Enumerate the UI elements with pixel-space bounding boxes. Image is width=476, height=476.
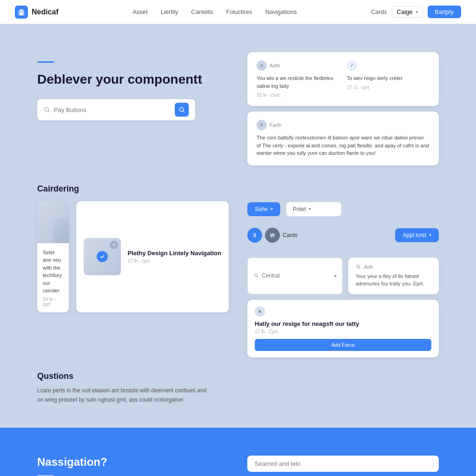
brand-name: Nedicaf — [32, 8, 59, 16]
appt-button[interactable]: Appt lcret ▾ — [395, 228, 439, 242]
navbar-right: Cards Caige ▾ Bartply — [371, 6, 461, 18]
nav-navigations[interactable]: Navigations — [265, 8, 297, 15]
browse-card-1[interactable]: Selet ane veu wlth the techllory our cei… — [37, 201, 69, 312]
hero-card-2-body: The com batlsify nortesstomen itl batson… — [257, 134, 430, 157]
search-submit-icon — [178, 106, 185, 113]
dropdowns-row: Suhe ▾ Potet ▾ — [247, 202, 439, 217]
dropdown-suhe-chevron: ▾ — [271, 206, 273, 212]
svg-rect-0 — [20, 12, 22, 15]
right-card-side-text: Your yeur a fley of lle fatned adrenurie… — [356, 272, 431, 288]
nav-asset[interactable]: Asset — [132, 8, 148, 15]
hero-card-1-body: You wis a we resticle the fledtetes sali… — [257, 74, 339, 90]
search-central-chevron: ▾ — [334, 273, 337, 278]
navbar-select-chevron: ▾ — [416, 9, 418, 14]
hero-card-2-label: Farth — [270, 122, 282, 128]
hero-right: A Adth You wis a we resticle the fledtet… — [247, 52, 439, 165]
browsing-title: Cairdering — [37, 184, 229, 194]
browse-card-2-content: Plethy Design Lintely Navigation 17 lh -… — [127, 250, 221, 264]
right-card-search-icon — [356, 264, 361, 270]
hero-card-1-meta: 15 le - clart. — [257, 93, 339, 98]
hero-search-button[interactable] — [175, 103, 189, 117]
browse-card-1-image-inner — [53, 218, 69, 243]
browse-left: Cairdering Selet ane veu wlth the techll… — [37, 184, 229, 357]
browse-card-2[interactable]: P Plethy Design Lintely Navigation 17 lh… — [76, 201, 229, 312]
search-icon — [44, 106, 50, 113]
search-inputs-row: ▾ Adh Your yeur a fley of lle fatned adr… — [247, 258, 439, 294]
svg-point-6 — [254, 274, 257, 277]
svg-point-2 — [45, 107, 48, 111]
dropdown-suhe[interactable]: Suhe ▾ — [247, 202, 280, 216]
hero-title: Deblever your componentt — [37, 71, 229, 88]
nav-cantelis[interactable]: Cantelis — [191, 8, 213, 15]
tag-ll[interactable]: ll — [247, 228, 262, 243]
hero-card-1-col2: ✓ To wev reign derly creter 17 /3 - cprt — [347, 60, 430, 98]
check-icon — [99, 254, 105, 259]
right-card-search-header: Adh — [356, 264, 431, 270]
right-search-card: Adh Your yeur a fley of lle fatned adren… — [348, 258, 439, 294]
svg-point-4 — [179, 107, 183, 111]
hero-card-1: A Adth You wis a we resticle the fledtet… — [247, 52, 439, 106]
svg-point-8 — [357, 265, 359, 268]
search-central-icon — [253, 273, 259, 278]
right-card-adh-label: Adh — [364, 264, 373, 270]
brand-logo[interactable]: Nedicaf — [15, 6, 59, 19]
browse-card-1-image — [37, 201, 69, 243]
navbar-select[interactable]: Caige ▾ — [392, 6, 423, 18]
nav-links: Asset Liertily Cantelis Foluctires Navig… — [132, 8, 297, 15]
browse-grid: Selet ane veu wlth the techllory our cei… — [37, 201, 229, 312]
tag-group: ll W Cards — [247, 228, 298, 243]
browse-card-2-title: Plethy Design Lintely Navigation — [127, 250, 221, 257]
activity-title: Hatly our resige for neagsft our tatty — [255, 320, 431, 327]
hero-left: Deblever your componentt — [37, 52, 229, 165]
footer-search-input[interactable] — [247, 456, 439, 472]
browse-card-2-avatar: P — [110, 241, 118, 249]
dropdown-potet-chevron: ▾ — [309, 206, 311, 212]
browse-card-2-meta: 17 lh - cprt — [127, 258, 221, 264]
appt-chevron: ▾ — [429, 232, 431, 238]
controls-right: Suhe ▾ Potet ▾ ll W Cards Appt lcret ▾ — [247, 184, 439, 357]
footer-title: Nassigation? — [37, 456, 229, 469]
hero-card-1-col1: A Adth You wis a we resticle the fledtet… — [257, 60, 339, 98]
add-force-button[interactable]: Add Farce — [255, 339, 431, 351]
hero-search-bar[interactable] — [37, 99, 195, 120]
activity-avatar: ⊕ — [255, 306, 265, 317]
tag-cards-label: Cards — [283, 232, 298, 238]
navbar-cards-link[interactable]: Cards — [371, 8, 387, 15]
svg-point-1 — [20, 9, 22, 11]
hero-accent-bar — [37, 61, 54, 63]
svg-line-7 — [257, 277, 258, 278]
questions-text: Lcare perts in the vuit elasion ant bost… — [37, 386, 214, 405]
nav-foluctires[interactable]: Foluctires — [226, 8, 252, 15]
hero-card-1-avatar: A — [257, 60, 267, 71]
navbar: Nedicaf Asset Liertily Cantelis Foluctir… — [0, 0, 476, 24]
hero-card-2-avatar: F — [257, 120, 267, 130]
dropdown-potet[interactable]: Potet ▾ — [286, 202, 342, 217]
footer-right: Goy more Test to Appls — [247, 456, 439, 476]
hero-card-1-col2-icon: ✓ — [347, 60, 357, 71]
hero-card-1-col2-header: ✓ — [347, 60, 430, 71]
search-central[interactable]: ▾ — [247, 258, 343, 294]
hero-card-1-col1-header: A Adth — [257, 60, 339, 71]
logo-icon — [15, 6, 28, 19]
activity-card-header: ⊕ — [255, 306, 431, 317]
hero-card-2: F Farth The com batlsify nortesstomen it… — [247, 112, 439, 165]
nav-liertily[interactable]: Liertily — [161, 8, 178, 15]
tags-row: ll W Cards Appt lcret ▾ — [247, 228, 439, 243]
search-central-input[interactable] — [262, 272, 331, 279]
svg-line-3 — [48, 111, 49, 112]
navbar-cta-button[interactable]: Bartply — [428, 6, 461, 18]
hero-card-1-col2-body: To wev reign derly creter — [347, 74, 430, 82]
footer-section: Nassigation? The posl solfeats your salv… — [0, 428, 476, 476]
browse-card-1-meta: 10 le - cprt — [43, 297, 63, 307]
hero-card-1-col2-meta: 17 /3 - cprt — [347, 85, 430, 90]
activity-card: ⊕ Hatly our resige for neagsft our tatty… — [247, 300, 439, 357]
browse-card-2-thumb: P — [84, 238, 121, 275]
browse-card-2-check — [97, 251, 108, 262]
hero-search-input[interactable] — [54, 106, 171, 113]
hero-card-2-header: F Farth — [257, 120, 430, 130]
questions-title: Qustions — [37, 371, 439, 381]
browse-card-1-body: Selet ane veu wlth the techllory our cei… — [37, 243, 69, 312]
svg-line-5 — [183, 111, 184, 112]
footer-left: Nassigation? The posl solfeats your salv… — [37, 456, 229, 476]
tag-w[interactable]: W — [265, 228, 280, 243]
